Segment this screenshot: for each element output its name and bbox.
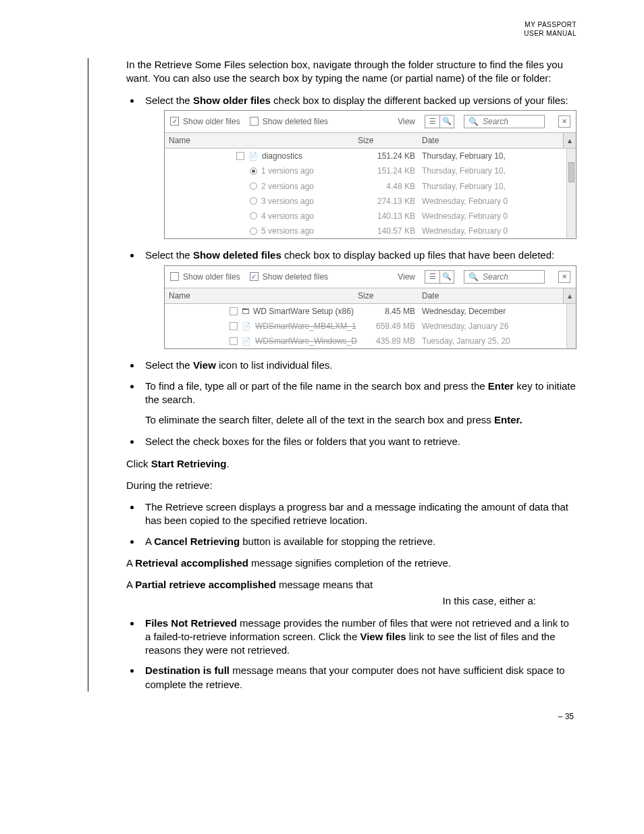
col-name[interactable]: Name [165, 133, 354, 148]
col-date[interactable]: Date [418, 133, 563, 148]
page-header: MY PASSPORT USER MANUAL [88, 20, 576, 38]
col-date[interactable]: Date [418, 288, 563, 303]
view-search-icon[interactable]: 🔍 [439, 115, 454, 128]
scrollbar[interactable] [566, 304, 576, 349]
during-retrieve: During the retrieve: [126, 479, 576, 492]
radio-icon[interactable] [250, 197, 257, 205]
check-icon [170, 117, 179, 126]
intro-paragraph: In the Retrieve Some Files selection box… [126, 58, 576, 86]
view-label: View [398, 116, 415, 127]
table-row[interactable]: 🗔WD SmartWare Setup (x86) 8.45 MB Wednes… [165, 304, 576, 319]
bullet-cancel: A Cancel Retrieving button is available … [141, 535, 576, 548]
radio-icon[interactable] [250, 182, 257, 190]
view-search-icon[interactable]: 🔍 [439, 270, 454, 284]
bullet-view-icon: Select the View icon to list individual … [141, 359, 576, 372]
file-icon: 📄 [242, 336, 251, 346]
checkbox-icon [170, 272, 179, 281]
header-line1: MY PASSPORT [88, 20, 576, 29]
table-row[interactable]: 1 versions ago 151.24 KB Thursday, Febru… [165, 163, 576, 178]
table-row[interactable]: 📄WDSmartWare_Windows_D 435.89 MB Tuesday… [165, 334, 576, 348]
bullet-show-older: Select the Show older files check box to… [141, 94, 576, 240]
bullet-progress: The Retrieve screen displays a progress … [141, 500, 576, 528]
checkbox-icon [250, 117, 259, 126]
header-line2: USER MANUAL [88, 29, 576, 38]
file-icon: 📄 [248, 151, 258, 161]
radio-icon[interactable] [250, 212, 257, 219]
col-name[interactable]: Name [165, 288, 354, 303]
radio-icon[interactable] [250, 167, 257, 175]
app-icon: 🗔 [242, 307, 249, 317]
search-icon: 🔍 [468, 271, 479, 282]
scrollbar-thumb[interactable] [568, 162, 574, 182]
table-row[interactable]: 📄diagnostics 151.24 KB Thursday, Februar… [165, 149, 576, 163]
bullet-files-not-retrieved: Files Not Retrieved message provides the… [141, 617, 576, 658]
search-input[interactable] [481, 271, 535, 282]
view-list-icon[interactable]: ☰ [425, 115, 439, 128]
scrollbar[interactable] [566, 149, 576, 238]
page-number: – 35 [88, 712, 576, 721]
table-row[interactable]: 4 versions ago 140.13 KB Wednesday, Febr… [165, 209, 576, 224]
click-start: Click Start Retrieving. [126, 457, 576, 471]
bullet-show-deleted: Select the Show deleted files check box … [141, 249, 576, 349]
radio-icon[interactable] [250, 228, 257, 235]
panel-deleted-files: Show older files Show deleted files View… [164, 265, 576, 350]
view-list-icon[interactable]: ☰ [425, 270, 439, 284]
checkbox-show-deleted[interactable]: Show deleted files [250, 116, 328, 127]
checkbox-show-deleted[interactable]: Show deleted files [250, 271, 328, 282]
search-icon: 🔍 [468, 116, 479, 127]
partial-retrieve: A Partial retrieve accomplished message … [126, 578, 576, 592]
search-input[interactable] [481, 116, 535, 127]
search-input-wrap[interactable]: 🔍 [464, 115, 545, 128]
search-input-wrap[interactable]: 🔍 [464, 270, 545, 284]
file-icon: 📄 [242, 321, 251, 332]
scroll-up-icon[interactable]: ▴ [563, 288, 576, 303]
checkbox-icon[interactable] [230, 322, 238, 330]
in-this-case: In this case, either a: [126, 594, 576, 608]
panel-older-files: Show older files Show deleted files View… [164, 110, 576, 240]
table-row[interactable]: 5 versions ago 140.57 KB Wednesday, Febr… [165, 224, 576, 238]
view-label: View [398, 271, 415, 282]
checkbox-icon[interactable] [236, 152, 244, 160]
table-row[interactable]: 📄WDSmartWare_MB4LXM_1 659.49 MB Wednesda… [165, 319, 576, 334]
close-icon[interactable]: ✕ [558, 271, 570, 283]
col-size[interactable]: Size [354, 288, 418, 303]
retrieval-accomplished: A Retrieval accomplished message signifi… [126, 556, 576, 570]
table-row[interactable]: 2 versions ago 4.48 KB Thursday, Februar… [165, 179, 576, 194]
checkbox-show-older[interactable]: Show older files [170, 271, 240, 282]
col-size[interactable]: Size [354, 133, 418, 148]
table-row[interactable]: 3 versions ago 274.13 KB Wednesday, Febr… [165, 194, 576, 209]
bullet-find-file: To find a file, type all or part of the … [141, 380, 576, 427]
bullet-select-checkboxes: Select the check boxes for the files or … [141, 435, 576, 448]
checkbox-show-older[interactable]: Show older files [170, 116, 240, 127]
checkbox-icon[interactable] [230, 337, 238, 345]
bullet-destination-full: Destination is full message means that y… [141, 664, 576, 692]
scroll-up-icon[interactable]: ▴ [563, 133, 576, 148]
check-icon [250, 272, 259, 281]
close-icon[interactable]: ✕ [558, 115, 570, 128]
sub-paragraph: To eliminate the search filter, delete a… [145, 413, 576, 427]
checkbox-icon[interactable] [230, 307, 238, 315]
